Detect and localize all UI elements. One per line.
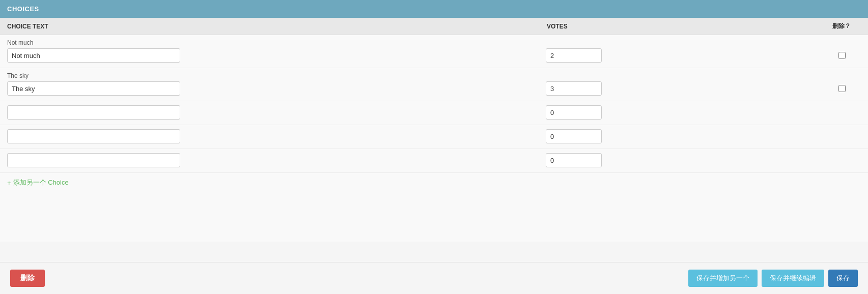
save-continue-button[interactable]: 保存并继续编辑 [762, 270, 824, 287]
votes-input-1[interactable] [546, 48, 602, 63]
add-icon: + [7, 179, 11, 187]
add-another-link[interactable]: + 添加另一个 Choice [0, 173, 76, 192]
page-wrapper: CHOICES CHOICE TEXT VOTES 删除？ Not much T… [0, 0, 868, 294]
add-label: 添加另一个 Choice [13, 178, 69, 187]
save-button[interactable]: 保存 [828, 270, 858, 287]
choice-text-input-1[interactable] [7, 48, 180, 63]
choice-row-4 [0, 125, 868, 149]
footer-right: 保存并增加另一个 保存并继续编辑 保存 [688, 270, 858, 287]
footer-bar: 删除 保存并增加另一个 保存并继续编辑 保存 [0, 262, 868, 294]
choice-row-2-inputs [7, 81, 861, 96]
choices-title: CHOICES [7, 5, 39, 13]
votes-input-4[interactable] [546, 129, 602, 143]
choice-row-5 [0, 149, 868, 173]
choice-row-2-label: The sky [7, 72, 861, 79]
choices-header: CHOICES [0, 0, 868, 18]
column-headers: CHOICE TEXT VOTES 删除？ [0, 18, 868, 35]
save-add-button[interactable]: 保存并增加另一个 [688, 270, 758, 287]
votes-input-2[interactable] [546, 81, 602, 96]
votes-input-5[interactable] [546, 153, 602, 167]
choice-row-3 [0, 101, 868, 125]
votes-input-3[interactable] [546, 105, 602, 120]
choice-row-2: The sky [0, 68, 868, 101]
choice-text-input-4[interactable] [7, 129, 180, 143]
choice-text-input-5[interactable] [7, 153, 180, 167]
choice-text-input-3[interactable] [7, 105, 180, 120]
choice-row-1-inputs [7, 48, 861, 63]
choice-row-1-label: Not much [7, 39, 861, 46]
delete-checkbox-2[interactable] [838, 85, 846, 92]
delete-checkbox-1[interactable] [838, 52, 846, 59]
col-header-delete: 删除？ [832, 22, 851, 31]
choices-body: Not much The sky [0, 35, 868, 242]
choice-row-1: Not much [0, 35, 868, 68]
choice-text-input-2[interactable] [7, 81, 180, 96]
col-header-votes: VOTES [547, 23, 608, 30]
col-header-choice-text: CHOICE TEXT [7, 23, 201, 30]
delete-button[interactable]: 删除 [10, 270, 45, 287]
spacer [0, 242, 868, 262]
